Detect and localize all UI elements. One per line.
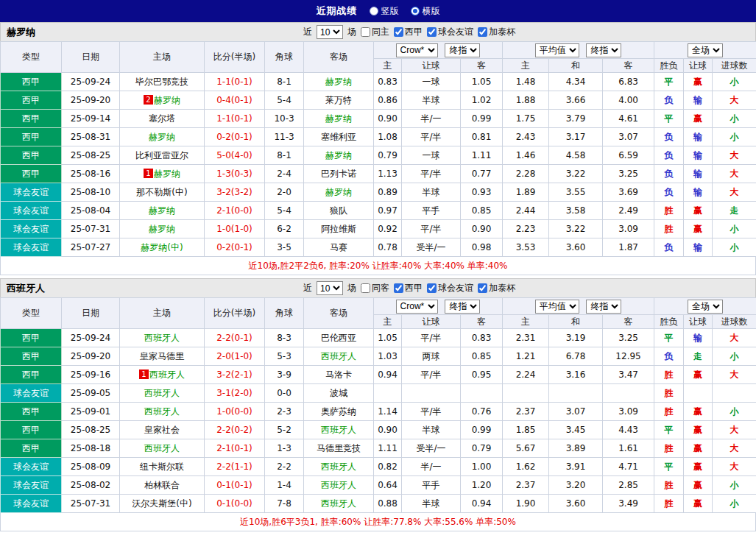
away-team-name[interactable]: 莱万特 bbox=[325, 95, 352, 105]
friendly-filter-checkbox[interactable]: 球会友谊 bbox=[427, 282, 473, 294]
layout-horizontal-radio[interactable]: 横版 bbox=[411, 5, 440, 18]
match-score[interactable]: 1-3(0-3) bbox=[205, 165, 265, 183]
home-team[interactable]: 塞尔塔 bbox=[120, 110, 205, 128]
home-team-name[interactable]: 柏林联合 bbox=[144, 480, 180, 490]
home-team-name[interactable]: 赫罗纳 bbox=[154, 95, 180, 105]
home-team-name[interactable]: 赫罗纳 bbox=[149, 224, 175, 234]
match-score[interactable]: 3-2(2-1) bbox=[205, 366, 265, 384]
home-team-name[interactable]: 赫罗纳 bbox=[149, 132, 175, 142]
home-team[interactable]: 西班牙人 bbox=[120, 403, 205, 421]
radio-selected-icon[interactable] bbox=[411, 7, 420, 15]
match-score[interactable]: 0-2(0-1) bbox=[205, 128, 265, 146]
away-team-name[interactable]: 西班牙人 bbox=[321, 498, 356, 509]
games-count-select[interactable]: 10 bbox=[317, 25, 343, 39]
home-team-name[interactable]: 皇家社会 bbox=[144, 425, 180, 435]
home-team-name[interactable]: 西班牙人 bbox=[149, 369, 185, 380]
home-team-name[interactable]: 赫罗纳 bbox=[149, 205, 175, 216]
away-team[interactable]: 奥萨苏纳 bbox=[304, 403, 374, 421]
home-team[interactable]: 皇家马德里 bbox=[120, 347, 205, 366]
home-team[interactable]: 赫罗纳 bbox=[120, 128, 205, 146]
league-filter-checkbox-input[interactable] bbox=[394, 283, 403, 293]
home-team-name[interactable]: 西班牙人 bbox=[144, 443, 180, 453]
away-team[interactable]: 马赛 bbox=[304, 238, 374, 257]
match-score[interactable]: 3-2(3-2) bbox=[205, 183, 265, 202]
away-team[interactable]: 西班牙人 bbox=[304, 476, 374, 495]
bookmaker-select[interactable]: Crow* bbox=[396, 300, 438, 314]
match-score[interactable]: 3-1(2-0) bbox=[205, 384, 265, 403]
home-team[interactable]: 西班牙人 bbox=[120, 329, 205, 347]
league-filter-checkbox[interactable]: 西甲 bbox=[394, 282, 423, 294]
away-team[interactable]: 巴列卡诺 bbox=[304, 165, 374, 183]
away-team-name[interactable]: 阿拉维斯 bbox=[321, 224, 356, 234]
away-team[interactable]: 西班牙人 bbox=[304, 421, 374, 439]
home-team-name[interactable]: 皇家马德里 bbox=[140, 351, 184, 361]
away-team[interactable]: 赫罗纳 bbox=[304, 73, 374, 91]
away-team-name[interactable]: 马洛卡 bbox=[325, 369, 352, 380]
away-team[interactable]: 波城 bbox=[304, 384, 374, 403]
home-team[interactable]: 1赫罗纳 bbox=[120, 165, 205, 183]
home-team-name[interactable]: 那不勒斯(中) bbox=[136, 187, 187, 197]
home-team[interactable]: 比利亚雷亚尔 bbox=[120, 146, 205, 165]
home-team-name[interactable]: 赫罗纳(中) bbox=[141, 242, 183, 252]
same-venue-checkbox-input[interactable] bbox=[361, 283, 370, 293]
match-score[interactable]: 1-1(0-1) bbox=[205, 110, 265, 128]
full-match-select[interactable]: 全场 bbox=[688, 300, 723, 314]
home-team-name[interactable]: 西班牙人 bbox=[144, 333, 180, 343]
away-team[interactable]: 赫罗纳 bbox=[304, 146, 374, 165]
home-team[interactable]: 沃尔夫斯堡(中) bbox=[120, 495, 205, 513]
match-score[interactable]: 2-1(0-1) bbox=[205, 439, 265, 458]
same-venue-checkbox[interactable]: 同主 bbox=[361, 26, 389, 38]
home-team-name[interactable]: 西班牙人 bbox=[144, 406, 180, 417]
home-team-name[interactable]: 塞尔塔 bbox=[149, 113, 175, 124]
match-score[interactable]: 0-1(0-1) bbox=[205, 476, 265, 495]
away-team-name[interactable]: 赫罗纳 bbox=[325, 187, 352, 197]
league-filter-checkbox-input[interactable] bbox=[394, 27, 403, 37]
away-team-name[interactable]: 赫罗纳 bbox=[325, 150, 352, 160]
away-team-name[interactable]: 马德里竞技 bbox=[317, 443, 361, 453]
away-team-name[interactable]: 巴伦西亚 bbox=[321, 333, 356, 343]
home-team[interactable]: 那不勒斯(中) bbox=[120, 183, 205, 202]
home-team[interactable]: 西班牙人 bbox=[120, 439, 205, 458]
friendly-filter-checkbox-input[interactable] bbox=[427, 27, 437, 37]
home-team[interactable]: 皇家社会 bbox=[120, 421, 205, 439]
home-team-name[interactable]: 西班牙人 bbox=[144, 388, 180, 398]
cup-filter-checkbox-input[interactable] bbox=[478, 283, 487, 293]
away-team[interactable]: 赫罗纳 bbox=[304, 183, 374, 202]
home-team[interactable]: 西班牙人 bbox=[120, 384, 205, 403]
home-team[interactable]: 赫罗纳 bbox=[120, 202, 205, 220]
away-team[interactable]: 西班牙人 bbox=[304, 458, 374, 476]
layout-vertical-radio[interactable]: 竖版 bbox=[370, 5, 399, 18]
match-score[interactable]: 1-1(0-1) bbox=[205, 73, 265, 91]
cup-filter-checkbox[interactable]: 加泰杯 bbox=[478, 26, 515, 38]
match-score[interactable]: 2-1(0-0) bbox=[205, 202, 265, 220]
full-match-select[interactable]: 全场 bbox=[688, 43, 723, 57]
friendly-filter-checkbox-input[interactable] bbox=[427, 283, 437, 293]
away-team[interactable]: 阿拉维斯 bbox=[304, 220, 374, 238]
cup-filter-checkbox[interactable]: 加泰杯 bbox=[478, 282, 515, 294]
away-team-name[interactable]: 赫罗纳 bbox=[325, 77, 352, 87]
away-team[interactable]: 马德里竞技 bbox=[304, 439, 374, 458]
average-select[interactable]: 平均值 bbox=[535, 300, 579, 314]
same-venue-checkbox-input[interactable] bbox=[361, 27, 370, 37]
cup-filter-checkbox-input[interactable] bbox=[478, 27, 487, 37]
friendly-filter-checkbox[interactable]: 球会友谊 bbox=[427, 26, 473, 38]
away-team-name[interactable]: 西班牙人 bbox=[321, 425, 356, 435]
match-score[interactable]: 2-2(0-1) bbox=[205, 329, 265, 347]
home-team[interactable]: 2赫罗纳 bbox=[120, 91, 205, 110]
away-team-name[interactable]: 马赛 bbox=[330, 242, 347, 252]
away-team-name[interactable]: 塞维利亚 bbox=[321, 132, 356, 142]
home-team-name[interactable]: 赫罗纳 bbox=[154, 169, 180, 179]
match-score[interactable]: 0-2(0-1) bbox=[205, 238, 265, 257]
match-score[interactable]: 5-0(4-0) bbox=[205, 146, 265, 165]
match-score[interactable]: 0-4(0-1) bbox=[205, 91, 265, 110]
home-team-name[interactable]: 纽卡斯尔联 bbox=[140, 462, 184, 472]
home-team[interactable]: 1西班牙人 bbox=[120, 366, 205, 384]
away-team-name[interactable]: 西班牙人 bbox=[321, 480, 356, 490]
away-team-name[interactable]: 赫罗纳 bbox=[325, 113, 352, 124]
home-team[interactable]: 赫罗纳(中) bbox=[120, 238, 205, 257]
home-team[interactable]: 纽卡斯尔联 bbox=[120, 458, 205, 476]
match-score[interactable]: 2-0(1-0) bbox=[205, 347, 265, 366]
home-team[interactable]: 柏林联合 bbox=[120, 476, 205, 495]
match-score[interactable]: 1-0(0-0) bbox=[205, 403, 265, 421]
match-score[interactable]: 0-1(0-0) bbox=[205, 495, 265, 513]
